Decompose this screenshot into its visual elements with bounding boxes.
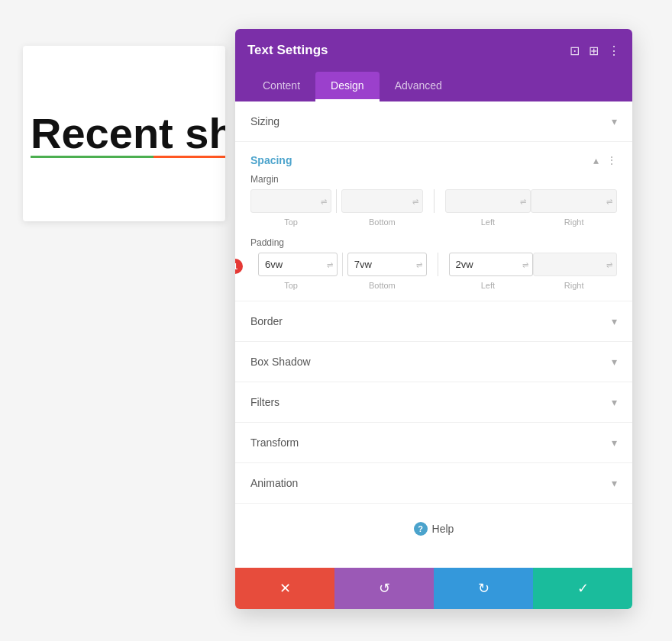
spacing-header-icons: ▴ ⋮ (593, 154, 617, 166)
more-icon[interactable]: ⋮ (608, 43, 620, 58)
padding-left-link-icon: ⇌ (522, 260, 528, 269)
spacing-header: Spacing ▴ ⋮ (235, 142, 632, 174)
spacing-more-icon[interactable]: ⋮ (606, 154, 617, 166)
panel-header-icons: ⊡ ⊞ ⋮ (570, 43, 620, 58)
border-section[interactable]: Border ▾ (235, 301, 632, 342)
margin-top-input[interactable] (250, 189, 331, 213)
margin-bottom-wrapper: ⇌ (341, 189, 422, 213)
filters-section[interactable]: Filters ▾ (235, 382, 632, 423)
panel-header: Text Settings ⊡ ⊞ ⋮ (235, 29, 632, 72)
padding-top-sublabel: Top (250, 281, 331, 290)
margin-left-pair: ⇌ ⇌ (250, 189, 423, 213)
border-label: Border (250, 315, 283, 327)
margin-top-wrapper: ⇌ (250, 189, 331, 213)
tab-advanced[interactable]: Advanced (380, 72, 457, 101)
margin-left-wrapper: ⇌ (445, 189, 531, 213)
transform-section[interactable]: Transform ▾ (235, 423, 632, 463)
padding-left-input[interactable] (449, 253, 533, 276)
columns-icon[interactable]: ⊞ (589, 43, 599, 58)
confirm-button[interactable]: ✓ (533, 568, 632, 609)
padding-bottom-input[interactable] (347, 253, 427, 276)
sizing-chevron-icon: ▾ (612, 115, 617, 127)
tab-content[interactable]: Content (247, 72, 315, 101)
margin-bottom-sublabel: Bottom (341, 217, 422, 227)
padding-sublabel-pair-right: Left Right (445, 281, 618, 290)
padding-right-input[interactable] (533, 253, 617, 276)
padding-badge: 1 (235, 259, 243, 274)
spacing-title: Spacing (250, 154, 292, 166)
padding-top-link-icon: ⇌ (327, 260, 333, 269)
responsive-icon[interactable]: ⊡ (570, 43, 580, 58)
padding-top-wrapper: ⇌ (258, 253, 338, 276)
sizing-label: Sizing (250, 115, 279, 127)
canvas-text: Recent sh (31, 112, 225, 155)
margin-left-sublabel: Left (445, 217, 531, 227)
padding-bottom-link-icon: ⇌ (416, 260, 422, 269)
margin-divider (336, 189, 337, 213)
margin-sublabel-pair-left: Top Bottom (250, 217, 423, 227)
border-chevron-icon: ▾ (612, 315, 617, 327)
margin-center-divider (434, 189, 435, 213)
padding-right-link-icon: ⇌ (606, 260, 612, 269)
cancel-button[interactable]: ✕ (235, 568, 334, 609)
padding-label: Padding (235, 237, 632, 253)
margin-field-row: ⇌ ⇌ ⇌ ⇌ (235, 189, 632, 216)
padding-right-pair: ⇌ ⇌ (449, 253, 618, 276)
margin-right-pair: ⇌ ⇌ (445, 189, 618, 213)
animation-label: Animation (250, 477, 298, 489)
panel-title: Text Settings (247, 43, 328, 58)
help-row[interactable]: ? Help (235, 504, 632, 554)
margin-right-link-icon: ⇌ (606, 197, 612, 205)
padding-row-wrapper: 1 ⇌ ⇌ (235, 253, 632, 279)
margin-sub-labels: Top Bottom Left Right (235, 216, 632, 237)
margin-right-wrapper: ⇌ (531, 189, 617, 213)
redo-button[interactable]: ↻ (434, 568, 533, 609)
padding-left-sublabel: Left (445, 281, 531, 290)
transform-chevron-icon: ▾ (612, 436, 617, 449)
animation-chevron-icon: ▾ (612, 477, 617, 489)
margin-left-input[interactable] (445, 189, 531, 213)
padding-sub-labels: Top Bottom Left Right (235, 279, 632, 301)
margin-bottom-input[interactable] (341, 189, 422, 213)
margin-right-input[interactable] (531, 189, 617, 213)
padding-left-pair: ⇌ ⇌ (258, 253, 427, 276)
margin-right-sublabel: Right (531, 217, 617, 227)
padding-top-input[interactable] (258, 253, 338, 276)
help-icon: ? (414, 522, 428, 536)
padding-right-sublabel: Right (531, 281, 617, 290)
box-shadow-chevron-icon: ▾ (612, 356, 617, 368)
spacing-section: Spacing ▴ ⋮ Margin ⇌ ⇌ (235, 142, 632, 301)
tab-design[interactable]: Design (315, 72, 380, 101)
panel-tabs: Content Design Advanced (235, 72, 632, 101)
panel-body: Sizing ▾ Spacing ▴ ⋮ Margin ⇌ (235, 101, 632, 568)
margin-top-sublabel: Top (250, 217, 331, 227)
settings-panel: Text Settings ⊡ ⊞ ⋮ Content Design Advan… (235, 29, 632, 609)
filters-label: Filters (250, 396, 279, 408)
margin-top-link-icon: ⇌ (321, 197, 327, 205)
box-shadow-section[interactable]: Box Shadow ▾ (235, 342, 632, 382)
margin-bottom-link-icon: ⇌ (412, 197, 418, 205)
transform-label: Transform (250, 436, 299, 449)
help-text: Help (432, 523, 454, 535)
reset-button[interactable]: ↺ (334, 568, 434, 609)
padding-bottom-wrapper: ⇌ (347, 253, 427, 276)
padding-left-wrapper: ⇌ (449, 253, 533, 276)
margin-label: Margin (235, 174, 632, 189)
action-bar: ✕ ↺ ↻ ✓ (235, 568, 632, 609)
padding-field-row: ⇌ ⇌ ⇌ (243, 253, 632, 279)
sizing-section[interactable]: Sizing ▾ (235, 101, 632, 142)
margin-left-link-icon: ⇌ (520, 197, 526, 205)
box-shadow-label: Box Shadow (250, 356, 311, 368)
animation-section[interactable]: Animation ▾ (235, 463, 632, 504)
padding-right-wrapper: ⇌ (533, 253, 617, 276)
spacing-collapse-icon[interactable]: ▴ (593, 154, 599, 166)
padding-bottom-sublabel: Bottom (341, 281, 422, 290)
filters-chevron-icon: ▾ (612, 396, 617, 408)
canvas-card: Recent sh (23, 46, 225, 221)
margin-sublabel-pair-right: Left Right (445, 217, 618, 227)
padding-sublabel-pair-left: Top Bottom (250, 281, 423, 290)
